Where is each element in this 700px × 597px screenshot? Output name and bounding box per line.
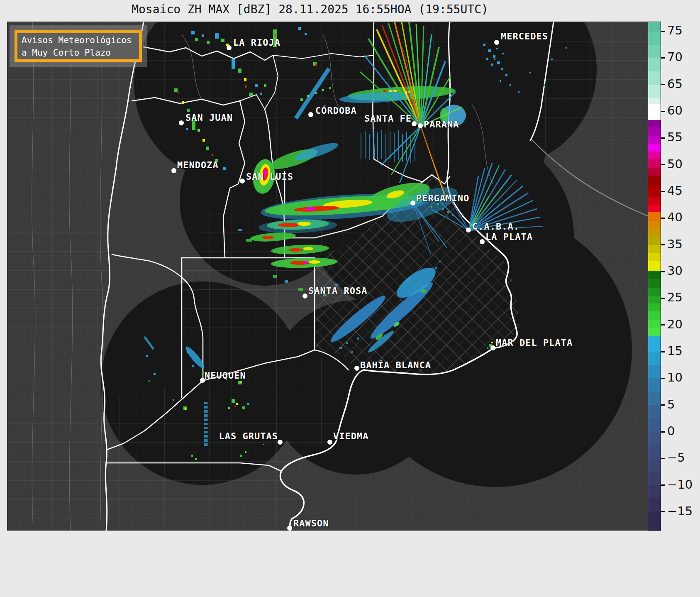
city-label: PARANA (424, 119, 459, 130)
colorbar-tick (661, 378, 665, 379)
city-dot (494, 40, 499, 45)
colorbar-tick (661, 298, 665, 299)
alert-line-2: a Muy Corto Plazo (22, 46, 135, 59)
footer: Servicio Meteorológico Nacional Argentin… (0, 531, 700, 597)
city-label: LA RIOJA (233, 37, 280, 48)
colorbar-tick (661, 84, 665, 85)
colorbar-tick-label: 5 (667, 397, 675, 411)
city-dot (354, 366, 359, 371)
city-dot (308, 112, 313, 117)
colorbar-tick-label: 10 (667, 370, 683, 384)
city-label: SAN LUIS (246, 171, 293, 182)
city-label: SAN JUAN (185, 113, 233, 123)
colorbar-tick-label: 55 (667, 130, 683, 144)
colorbar-tick-label: −10 (667, 477, 693, 492)
city-dot (490, 345, 495, 350)
colorbar-tick-label: 15 (667, 344, 683, 358)
colorbar-tick-label: −5 (667, 450, 685, 465)
city-label: LA PLATA (485, 232, 533, 242)
city-label: MENDOZA (177, 160, 219, 170)
alert-line-1: Avisos Meteorológicos (22, 34, 135, 46)
colorbar-tick (661, 164, 665, 165)
colorbar-tick (661, 511, 665, 512)
city-dot (171, 168, 176, 173)
city-label: LAS GRUTAS (219, 431, 278, 441)
colorbar-tick (661, 244, 665, 245)
colorbar-tick (661, 324, 665, 325)
colorbar-tick-label: 25 (667, 290, 683, 304)
colorbar-tick-label: 60 (667, 103, 683, 117)
colorbar-tick (661, 218, 665, 219)
city-dot (480, 239, 485, 244)
colorbar-tick (661, 191, 665, 192)
colorbar-tick-label: 65 (667, 77, 683, 91)
page-title: Mosaico ZH MAX [dBZ] 28.11.2025 16:55HOA… (7, 2, 613, 16)
colorbar-tick-label: 0 (667, 424, 675, 438)
city-label: RAWSON (293, 518, 329, 528)
city-dot (179, 120, 184, 125)
city-dot (227, 45, 232, 50)
colorbar-tick-label: 40 (667, 210, 683, 224)
colorbar-tick (661, 458, 665, 459)
radar-mosaic-figure: Mosaico ZH MAX [dBZ] 28.11.2025 16:55HOA… (0, 0, 700, 597)
city-label: VIEDMA (333, 431, 368, 441)
colorbar-tick-label: 50 (667, 157, 683, 171)
colorbar-tick (661, 57, 665, 59)
city-dot (240, 179, 245, 184)
colorbar-tick-label: 20 (667, 317, 683, 331)
city-dot (327, 440, 332, 445)
city-label: MERCEDES (501, 31, 548, 42)
city-dot (418, 123, 423, 128)
city-label: BAHÍA BLANCA (360, 360, 431, 370)
radar-map (7, 22, 648, 531)
alert-box[interactable]: Avisos Meteorológicos a Muy Corto Plazo (15, 30, 142, 62)
colorbar-tick-label: 45 (667, 184, 683, 198)
colorbar-tick (661, 404, 665, 406)
city-dot (278, 440, 283, 445)
city-label: NEUQUÉN (205, 370, 246, 381)
city-dot (412, 121, 417, 126)
colorbar-tick (661, 271, 665, 272)
colorbar-tick (661, 111, 665, 112)
city-label: SANTA ROSA (308, 286, 367, 296)
city-label: C.A.B.A. (472, 221, 520, 232)
radar-map-svg (7, 22, 649, 531)
colorbar (648, 22, 661, 531)
city-dot (466, 228, 471, 232)
colorbar-tick (661, 351, 665, 352)
city-dot (287, 526, 292, 531)
colorbar-tick (661, 431, 665, 433)
city-label: CÓRDOBA (315, 105, 357, 116)
colorbar-tick-label: −15 (667, 504, 693, 518)
colorbar-tick-label: 30 (667, 264, 683, 278)
colorbar-tick (661, 31, 665, 32)
colorbar-tick-label: 35 (667, 237, 683, 251)
city-dot (410, 201, 415, 206)
city-label: MAR DEL PLATA (496, 338, 573, 348)
colorbar-tick (661, 484, 665, 486)
colorbar-tick-label: 75 (667, 23, 683, 37)
city-dot (302, 294, 307, 298)
colorbar-tick (661, 137, 665, 139)
city-label: PERGAMINO (416, 193, 469, 203)
colorbar-tick-label: 70 (667, 50, 683, 64)
city-label: SANTA FE (364, 113, 412, 124)
